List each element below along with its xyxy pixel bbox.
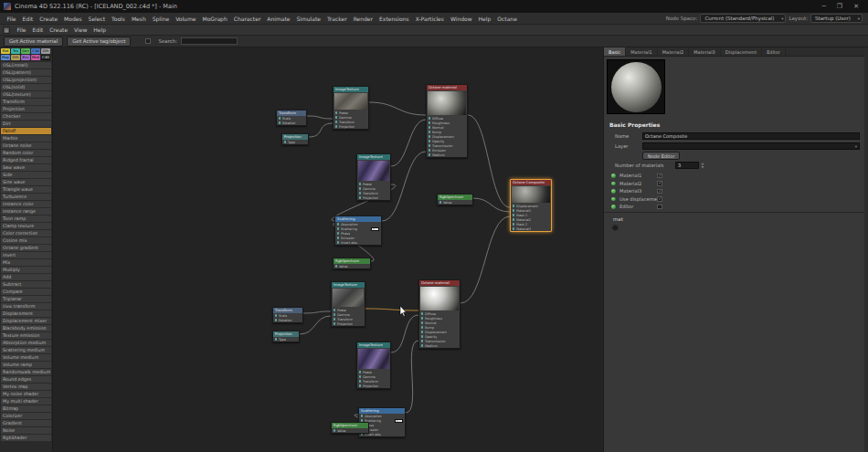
- minimize-icon[interactable]: ─: [822, 3, 826, 10]
- sidebar-item-dirt[interactable]: Dirt: [1, 121, 51, 127]
- filter-oth[interactable]: Oth: [41, 48, 50, 54]
- materials-count-stepper[interactable]: ▲▼: [700, 162, 705, 169]
- tab-basic[interactable]: Basic: [604, 47, 626, 56]
- port-value-field[interactable]: 1.: [371, 227, 379, 231]
- menu-spline[interactable]: Spline: [149, 16, 172, 22]
- sidebar-item-gradient[interactable]: Gradient: [1, 420, 51, 426]
- node-projection-1[interactable]: ProjectionType: [281, 133, 309, 145]
- maximize-icon[interactable]: ❐: [837, 3, 842, 10]
- sidebar-item-noise[interactable]: Noise: [1, 427, 51, 434]
- node-composite-1[interactable]: Octane CompositeDisplacementMaterial1Mas…: [510, 179, 552, 232]
- sidebar-item-rgbshader[interactable]: RgbShader: [1, 435, 51, 441]
- node-port-type[interactable]: Type: [273, 337, 299, 342]
- sidebar-item-volume-ramp[interactable]: Volume ramp: [1, 362, 51, 368]
- node-space-dropdown[interactable]: Current (Standard/Physical): [700, 14, 786, 23]
- right-panel-scrollbar[interactable]: [864, 47, 868, 452]
- sidebar-item-sine-wave[interactable]: Sine wave: [1, 179, 51, 185]
- menu-modes[interactable]: Modes: [61, 16, 85, 22]
- editor-menu-edit[interactable]: Edit: [29, 26, 47, 33]
- sidebar-item-osl-pattern[interactable]: OSL(pattern): [1, 69, 51, 76]
- node-material-1[interactable]: Octane materialDiffuseRoughnessNormalBum…: [426, 84, 468, 158]
- sidebar-item-triangle-wave[interactable]: Triangle wave: [1, 186, 51, 193]
- sidebar-item-osl-texture[interactable]: OSL(texture): [1, 91, 51, 98]
- sidebar-item-subtract[interactable]: Subtract: [1, 281, 51, 288]
- node-port-medium[interactable]: Medium: [427, 152, 467, 157]
- node-imagetexture-2[interactable]: ImageTexturePowerGammaTransformProjectio…: [356, 153, 391, 201]
- editor-menu-file[interactable]: File: [14, 26, 29, 33]
- editor-menu-help[interactable]: Help: [90, 26, 110, 33]
- sidebar-item-osl-projection[interactable]: OSL(projection): [1, 77, 51, 83]
- filter-tex[interactable]: Tex: [11, 48, 20, 54]
- sidebar-item-octane-gradient[interactable]: Octane gradient: [1, 245, 51, 251]
- sidebar-item-clamp-texture[interactable]: Clamp texture: [1, 223, 51, 229]
- sidebar-item-octane-noise[interactable]: Octane noise: [1, 142, 51, 149]
- sidebar-item-marble[interactable]: Marble: [1, 135, 51, 142]
- menu-character[interactable]: Character: [230, 16, 264, 22]
- sidebar-item-my-noise-shader[interactable]: My noise shader: [1, 391, 51, 397]
- menu-extensions[interactable]: Extensions: [376, 16, 413, 22]
- sidebar-item-add[interactable]: Add: [1, 274, 51, 280]
- sidebar-item-absorption-medium[interactable]: Absorption medium: [1, 340, 51, 346]
- node-port-value[interactable]: Value: [332, 428, 368, 433]
- sidebar-item-displacement-mixer[interactable]: Displacement mixer: [1, 318, 51, 324]
- sidebar-item-displacement[interactable]: Displacement: [1, 310, 51, 317]
- sidebar-item-toon-ramp[interactable]: Toon ramp: [1, 215, 51, 222]
- node-port-medium[interactable]: Medium: [419, 343, 460, 348]
- node-rgbspectrum-1[interactable]: RgbSpectrumValue: [437, 194, 473, 205]
- menu-select[interactable]: Select: [85, 16, 109, 22]
- tab-editor[interactable]: Editor: [762, 47, 786, 56]
- sidebar-item-randomwalk-medium[interactable]: Randomwalk medium: [1, 369, 51, 375]
- node-projection-2[interactable]: ProjectionType: [272, 331, 300, 342]
- search-input[interactable]: [181, 37, 238, 45]
- get-active-material-button[interactable]: Get Active material: [4, 37, 63, 47]
- node-port-projection[interactable]: Projection: [332, 321, 365, 326]
- port-value-field[interactable]: 1.: [395, 419, 403, 423]
- node-port-material3[interactable]: Material3: [511, 226, 551, 231]
- sidebar-item-ridged-fractal[interactable]: Ridged fractal: [1, 157, 51, 163]
- sidebar-item-random-color[interactable]: Random color: [1, 150, 51, 156]
- sidebar-item-blackbody-emission[interactable]: Blackbody emission: [1, 325, 51, 331]
- channel-checkbox[interactable]: [657, 205, 662, 210]
- menu-render[interactable]: Render: [350, 16, 376, 22]
- sidebar-item-colorizer[interactable]: Colorizer: [1, 413, 51, 419]
- node-port-value[interactable]: Value: [333, 264, 370, 268]
- tab-material3[interactable]: Material3: [689, 47, 721, 56]
- node-transform-2[interactable]: TransformScaleRotation: [272, 307, 303, 323]
- filter-c4d[interactable]: C4d: [31, 48, 40, 54]
- sidebar-item-cosine-mix[interactable]: Cosine mix: [1, 237, 51, 244]
- sidebar-item-osl-solid[interactable]: OSL(solid): [1, 84, 51, 90]
- menu-volume[interactable]: Volume: [173, 16, 199, 22]
- sidebar-item-transform[interactable]: Transform: [1, 99, 51, 105]
- node-imagetexture-1[interactable]: ImageTexturePowerGammaTransformProjectio…: [333, 86, 369, 130]
- menu-simulate[interactable]: Simulate: [293, 16, 324, 22]
- editor-menu-create[interactable]: Create: [47, 26, 71, 33]
- tab-material1[interactable]: Material1: [626, 47, 658, 56]
- node-port-projection[interactable]: Projection: [333, 124, 368, 129]
- sidebar-item-texture-emission[interactable]: Texture emission: [1, 332, 51, 339]
- materials-count-input[interactable]: [675, 162, 699, 169]
- menu-x-particles[interactable]: X-Particles: [412, 16, 447, 22]
- menu-animate[interactable]: Animate: [264, 16, 293, 22]
- material-node-icon[interactable]: ✺: [611, 224, 619, 233]
- node-scattering-1[interactable]: ScatteringAbsorptionScattering1.PhaseEmi…: [334, 215, 382, 246]
- material-name-input[interactable]: [642, 132, 860, 140]
- channel-checkbox[interactable]: [657, 173, 662, 179]
- node-editor-button[interactable]: Node Editor: [642, 152, 680, 160]
- channel-checkbox[interactable]: [657, 196, 662, 202]
- layout-dropdown[interactable]: Startup (User): [810, 14, 863, 23]
- sidebar-item-osl-install[interactable]: OSL(install): [1, 62, 51, 68]
- node-port-projection[interactable]: Projection: [357, 384, 390, 388]
- sidebar-item-triplanar[interactable]: Triplanar: [1, 296, 51, 302]
- sidebar-item-projection[interactable]: Projection: [1, 106, 51, 112]
- channel-checkbox[interactable]: [657, 189, 662, 194]
- sidebar-item-bitmap[interactable]: Bitmap: [1, 405, 51, 412]
- sidebar-item-color-correction[interactable]: Color correction: [1, 230, 51, 237]
- menu-create[interactable]: Create: [37, 16, 61, 22]
- menu-mograph[interactable]: MoGraph: [199, 16, 230, 22]
- channel-checkbox[interactable]: [657, 181, 662, 186]
- sidebar-item-mix[interactable]: Mix: [1, 259, 51, 266]
- sidebar-item-round-edges[interactable]: Round edges: [1, 376, 51, 383]
- sidebar-item-multiply[interactable]: Multiply: [1, 267, 51, 273]
- filter-med[interactable]: Med: [31, 55, 40, 60]
- editor-menu-view[interactable]: View: [71, 26, 90, 33]
